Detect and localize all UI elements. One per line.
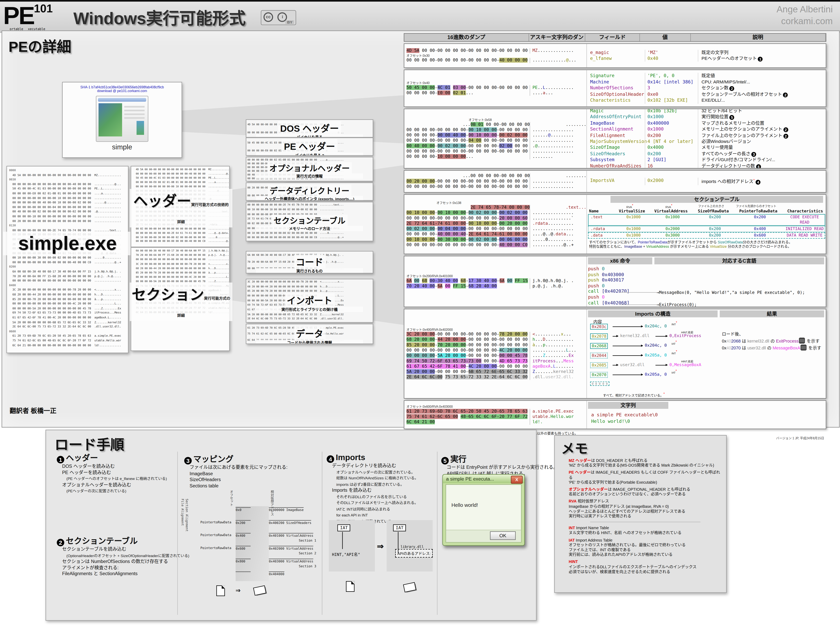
field-value: 0x102 [32b EXE]: [645, 97, 698, 103]
hex-row: 00 00 00 00-00 00 00 00-00 00 00 00-40 0…: [404, 58, 586, 63]
step-text: アライメントが検査される:: [57, 565, 189, 571]
dump-line: 61 67 65 42-6F 78 41 00-4C 20 00 00-00 0…: [9, 315, 128, 320]
memo-entry-line: ImageBase からの相対アドレス (at ImageBase, RVA =…: [569, 504, 722, 509]
memo-term: オプショナルヘッダー: [569, 487, 608, 492]
logo-pe-text: PE: [3, 2, 34, 30]
function-chip-icon: [799, 338, 805, 343]
hex-row: ...00 00 00 00-00 00 00 00........: [404, 173, 586, 179]
structure-box-label: インポート実行形式とライブラリとの架け橋: [246, 293, 372, 311]
memo-term: INT: [569, 525, 575, 530]
dump-line: 6A 00 68 00-30 40 00 68-17 30 40 00-6A 0…: [9, 269, 128, 274]
offset-label: オフセット:0x40: [404, 81, 586, 85]
dump-line: 00 00 00 00-E0 00 02 01-0B 01 00 00-00 0…: [9, 191, 128, 196]
field-row: NumberOfRvaAndSizes16データディレクトリーの数4: [587, 163, 826, 168]
dump-line: 00 00 00 00-00 00 00 00-04 00 00 00-00 0…: [9, 205, 128, 209]
hex-row: 2E 72 64 61-74 61 00 00-00 10 00 00-00 2…: [404, 221, 586, 226]
asterisk: *: [663, 392, 665, 395]
dump-line: 6C 64 21 00-00 00 00 00-00 00 00 00-00 0…: [9, 343, 128, 347]
field-description: セクション数2: [698, 85, 826, 91]
memo-entry-line: 名前どおりのオプションというわけではなく、必須ヘッダーである: [569, 492, 722, 497]
memo-entry-line: ファイル上では、INT の複製である: [569, 547, 722, 552]
transform-arrow-icon: ⇒: [235, 585, 240, 595]
field-description: データディレクトリーの数4: [698, 163, 826, 168]
dialog-body: Hello world!OK: [446, 484, 522, 543]
field-description: imports への相対アドレス*4: [698, 178, 826, 185]
field-description: すべてのヘッダーの長さ3: [698, 151, 826, 157]
dialog-message: Hello world!: [452, 502, 478, 508]
result-intro: ロード後、: [722, 331, 821, 337]
field-grid: Signature'PE', 0, 0既定値Machine0x14c [inte…: [587, 70, 826, 106]
imports-content-cell: 0x2078: [590, 333, 608, 339]
logo-portable-label: ortable: [9, 27, 23, 30]
sha1-label: SHA-1 b7af4cb51ce38e43e030656eb2698fab40…: [63, 85, 182, 89]
field-description: 32 ビット/64 ビット: [698, 109, 826, 114]
arrow: [613, 355, 643, 356]
step-text: ファイルは次にあげる要素を元にマップされる:: [184, 465, 288, 471]
structure-box-DOS ヘッダー: 4D 5A 00 00-00 00 00 00-00 00 00 00-00 0…: [246, 119, 373, 138]
dump-line: 00 00 00 00-00 00 40 00-00 10 00 00-00 0…: [9, 200, 128, 205]
divider: [322, 452, 323, 615]
hex-rows: オフセット:0x1382E 74 65 78-74 00 00 00.text.…: [404, 195, 586, 253]
section-table-header: NameVirtualSizeVirtualAddressSizeOfRawDa…: [587, 209, 826, 214]
step-text: ImageBase: [184, 471, 288, 477]
string-values: a simple PE executable\0Hello world!\0: [591, 411, 658, 424]
c-language-header: 対応するC言語: [655, 257, 824, 264]
block-right-area: Imports の構造結果内容0x203c0x204c, 0INT*0x2078…: [586, 309, 826, 398]
structure-box-label: DOS ヘッダーバイナリを見る: [246, 121, 372, 138]
field-grid: ImportsVA0x2000imports への相対アドレス*4: [587, 171, 826, 192]
contents-label: 内容: [593, 319, 602, 324]
pe-fields-table: 16進数のダンプアスキー文字列のダンプフィールド値説明 4D 5A 00 00-…: [404, 33, 826, 435]
sections-label-text: セクション: [132, 287, 204, 303]
imports-pointer-value: 0x205a, 0: [645, 372, 667, 377]
hex-rows: 4D 5A 00 00-00 00 00 00-00 00 00 00-00 0…: [404, 44, 586, 67]
structure-box-インポート: 3C 20 00 00-00 00 00 00-00 00 00 00-78 2…: [246, 279, 373, 323]
hex-row: 70 20 40 00-6A 00 FF 15-68 20 40 00p.@.j…: [404, 284, 586, 289]
step-number-badge: 5: [729, 115, 734, 120]
dump-line: 00 00 00 00-10 00 00 00-00 00 00 00-00 0…: [9, 214, 128, 218]
memo-term: RVA: [569, 499, 577, 504]
table-block-opt: オフセット:0x58...0B 01 00 00-00 00 00 00....…: [404, 109, 826, 168]
field-name: Magic: [587, 109, 645, 114]
memo-entry: MZ ヘッダーは DOS_HEADER とも呼ばれる'MZ' から成る文字列で始…: [569, 458, 722, 468]
field-row: MajorSubsystemVersion4 [NT 4 or later]必須…: [587, 138, 826, 145]
dump-line: 00 10 00 00-00 30 00 00-00 02 00 00-00 0…: [9, 255, 128, 260]
imports-content-cell: 0x2070: [590, 372, 608, 378]
hex-row: 61 67 65 42-6F 78 41 00-4C 20 00 00-00 0…: [404, 364, 586, 369]
memory-chip-icon: [253, 585, 266, 595]
field-value: 2 [GUI]: [645, 157, 698, 163]
memo-heading: メモ: [561, 438, 588, 457]
hex-row: 00 00 00 00-5A 20 00 00-00 00 00 00-00 0…: [404, 353, 586, 358]
step-text: (PE ヘッダーへのオフセットは e_lfanew に格納されている): [57, 476, 167, 482]
author-site: corkami.com: [776, 16, 833, 27]
offset-tick: 0x0: [235, 507, 251, 512]
mapping-shade: [235, 506, 269, 581]
hello-world-dialog: a simple PE executa...XHello world!OK: [443, 474, 525, 546]
cc-by-badge: cc i BY: [261, 10, 296, 25]
step-badge: 2: [57, 539, 64, 546]
arrow: [656, 336, 667, 337]
hex-row: 50 45 00 00-4C 01 03 00-00 00 00 00-00 0…: [404, 85, 586, 90]
imports-content-cell: 0x2044: [590, 353, 608, 358]
field-value: 0x1000: [645, 126, 698, 132]
x86-header: x86 命令: [588, 257, 652, 264]
memo-divider: [590, 522, 701, 522]
logo-101-text: 101: [34, 2, 53, 14]
dump-line: 00 00 00 00-00 00 00 00-00 00 00 00-40 0…: [133, 239, 229, 244]
mapping-diagram: オフセット相対仮想アドレスFile AlignmentSection Align…: [184, 499, 318, 598]
dump-line: 00 00 00 00-E0 00 02 01-0B 01 00 00-00 0…: [133, 180, 229, 185]
structure-box-データ: 61 20 73 69-6D 70 6C 65-20 50 45 20-65 7…: [246, 324, 373, 344]
memo-entry-line: 実行前には、読み込まれたAPIのアドレスが格納されている: [569, 552, 722, 557]
asterisk: *: [676, 350, 677, 353]
step-text: Imports を読み込む: [327, 487, 418, 493]
dump-line: 50 45 00 00-4C 01 03 00-00 00 00 00-00 0…: [9, 187, 128, 191]
imports-note: すべて、相対アドレスで記述されている。*: [603, 392, 665, 398]
structure-box-データディレクトリー: 00 20 00 00-00 00 00 00-00 00 00 00-00 0…: [246, 183, 373, 201]
memo-entry-line: インポートされるDLLファイルのエクスポートテーブルへのインデックス: [569, 564, 722, 569]
structure-box-label: オプショナルヘッダー実行方式の情報: [246, 162, 372, 179]
dump-line: 00 00 00 00-00 00 00 00-00 00 00 00-00 0…: [9, 278, 128, 283]
asm-line: push 0x403000: [588, 272, 630, 277]
arrow: [342, 532, 343, 549]
field-value: 3: [645, 85, 698, 91]
hex-row: 00 00 00 00-40 00 00 40-2E 64 61 74-61 0…: [404, 232, 586, 237]
field-value: 0xe0: [645, 91, 698, 97]
